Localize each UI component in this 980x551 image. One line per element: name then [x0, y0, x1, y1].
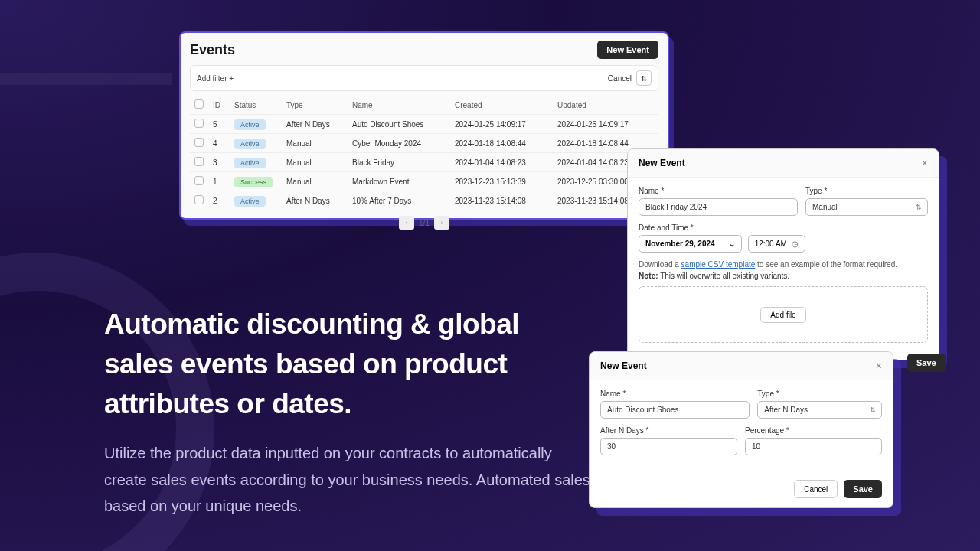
status-badge: Success — [234, 177, 273, 187]
cell-created: 2023-11-23 15:14:08 — [450, 191, 553, 210]
date-picker[interactable]: November 29, 2024 — [639, 235, 742, 253]
status-badge: Active — [234, 139, 266, 149]
cell-created: 2024-01-18 14:08:44 — [450, 134, 553, 153]
table-row[interactable]: 3ActiveManualBlack Friday2024-01-04 14:0… — [190, 153, 658, 172]
percentage-input[interactable] — [745, 438, 882, 455]
close-icon[interactable]: × — [922, 157, 928, 169]
col-id: ID — [208, 96, 230, 115]
percentage-label: Percentage — [745, 426, 882, 435]
col-type: Type — [282, 96, 348, 115]
type-select[interactable] — [805, 198, 928, 216]
cell-id: 1 — [208, 172, 230, 191]
datetime-label: Date and Time — [639, 223, 928, 232]
status-badge: Active — [234, 158, 266, 168]
file-dropzone[interactable]: Add file — [639, 286, 928, 343]
pagination: ‹ 1/1 › — [190, 216, 658, 230]
cell-id: 2 — [208, 191, 230, 210]
new-event-modal-auto: New Event × Name Type After N Days Perce… — [589, 351, 893, 508]
save-button[interactable]: Save — [844, 480, 882, 498]
col-status: Status — [230, 96, 282, 115]
cell-id: 4 — [208, 134, 230, 153]
after-n-days-input[interactable] — [600, 438, 737, 455]
decor-bar — [0, 73, 172, 85]
cancel-button[interactable]: Cancel — [794, 480, 838, 498]
col-created: Created — [450, 96, 553, 115]
modal-title: New Event — [639, 158, 685, 168]
cell-name: Markdown Event — [348, 172, 450, 191]
cell-type: Manual — [282, 172, 348, 191]
close-icon[interactable]: × — [876, 360, 882, 372]
marketing-copy: Automatic discounting & global sales eve… — [104, 305, 594, 520]
cell-created: 2024-01-04 14:08:23 — [450, 153, 553, 172]
table-row[interactable]: 1SuccessManualMarkdown Event2023-12-23 1… — [190, 172, 658, 191]
row-checkbox[interactable] — [194, 176, 204, 185]
cell-id: 5 — [208, 115, 230, 134]
cell-id: 3 — [208, 153, 230, 172]
row-checkbox[interactable] — [194, 157, 204, 166]
type-select[interactable] — [757, 401, 882, 419]
add-filter-button[interactable]: Add filter — [197, 74, 234, 83]
save-button[interactable]: Save — [907, 354, 946, 372]
time-picker[interactable]: 12:00 AM — [748, 235, 805, 253]
name-label: Name — [639, 187, 798, 195]
cancel-button[interactable]: Cancel — [608, 74, 632, 83]
name-input[interactable] — [600, 401, 750, 419]
cell-updated: 2024-01-25 14:09:17 — [553, 115, 658, 134]
name-input[interactable] — [639, 198, 798, 216]
row-checkbox[interactable] — [194, 195, 204, 204]
add-file-button[interactable]: Add file — [760, 307, 805, 323]
table-row[interactable]: 2ActiveAfter N Days10% After 7 Days2023-… — [190, 191, 658, 210]
cell-type: After N Days — [282, 191, 348, 210]
sort-icon[interactable]: ⇅ — [636, 70, 652, 86]
table-row[interactable]: 5ActiveAfter N DaysAuto Discount Shoes20… — [190, 115, 658, 134]
modal-title: New Event — [600, 360, 647, 371]
events-toolbar: Add filter Cancel ⇅ — [190, 65, 658, 91]
name-label: Name — [600, 390, 750, 398]
row-checkbox[interactable] — [194, 138, 204, 147]
row-checkbox[interactable] — [194, 119, 204, 128]
cell-created: 2023-12-23 15:13:39 — [450, 172, 553, 191]
cell-name: Cyber Monday 2024 — [348, 134, 450, 153]
events-panel: Events New Event Add filter Cancel ⇅ ID … — [179, 31, 669, 220]
marketing-heading: Automatic discounting & global sales eve… — [104, 305, 594, 423]
cell-type: Manual — [282, 134, 348, 153]
status-badge: Active — [234, 196, 266, 207]
prev-page-button[interactable]: ‹ — [399, 216, 414, 230]
select-all-checkbox[interactable] — [194, 99, 204, 109]
type-label: Type — [757, 390, 882, 398]
csv-help-text: Download a sample CSV template to see an… — [639, 260, 928, 269]
table-row[interactable]: 4ActiveManualCyber Monday 20242024-01-18… — [190, 134, 658, 153]
overwrite-note: Note: This will overwrite all existing v… — [639, 272, 928, 280]
next-page-button[interactable]: › — [434, 216, 449, 230]
cell-name: 10% After 7 Days — [348, 191, 450, 210]
type-label: Type — [805, 187, 928, 195]
status-badge: Active — [234, 119, 266, 130]
cell-name: Black Friday — [348, 153, 450, 172]
col-name: Name — [348, 96, 450, 115]
cell-type: Manual — [282, 153, 348, 172]
new-event-modal-manual: New Event × Name Type Date and Time Nove… — [627, 148, 939, 360]
col-updated: Updated — [553, 96, 658, 115]
cell-name: Auto Discount Shoes — [348, 115, 450, 134]
events-table: ID Status Type Name Created Updated 5Act… — [190, 96, 658, 210]
sample-csv-link[interactable]: sample CSV template — [681, 260, 756, 269]
cell-type: After N Days — [282, 115, 348, 134]
marketing-body: Utilize the product data inputted on you… — [104, 440, 594, 519]
after-n-days-label: After N Days — [600, 426, 737, 435]
events-title: Events — [190, 42, 235, 58]
new-event-button[interactable]: New Event — [597, 41, 658, 59]
page-indicator: 1/1 — [419, 219, 430, 227]
cell-created: 2024-01-25 14:09:17 — [450, 115, 553, 134]
